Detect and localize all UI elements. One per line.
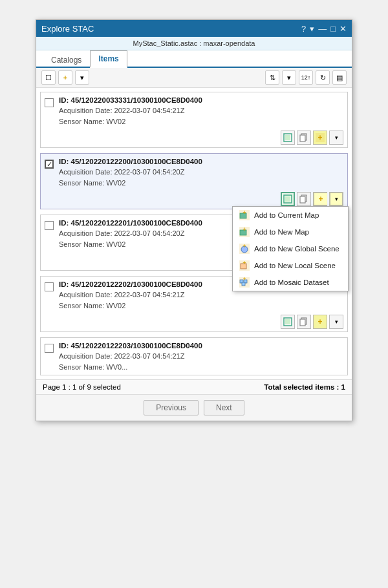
add-mosaic-dataset-icon: +: [239, 277, 250, 288]
add-dropdown-0[interactable]: ▾: [329, 131, 343, 145]
dropdown-arrow-icon[interactable]: ▾: [310, 24, 314, 34]
item-acquisition-4: Acquisition Date: 2022-03-07 04:54:21Z: [59, 351, 343, 362]
add-new-global-scene-icon: +: [239, 244, 250, 254]
sort-updown-icon: ⇅: [270, 74, 275, 82]
item-acquisition-0: Acquisition Date: 2022-03-07 04:54:21Z: [59, 105, 343, 116]
add-button-1[interactable]: +: [313, 192, 327, 206]
menu-add-new-map[interactable]: + Add to New Map: [233, 224, 348, 240]
item-checkbox-4[interactable]: [45, 344, 54, 353]
tab-catalogs[interactable]: Catalogs: [43, 52, 90, 68]
copy-icon-1: [299, 194, 308, 204]
item-card-4: ID: 45/120220122203/10300100CE8D0400 Acq…: [40, 337, 348, 375]
item-id-4: ID: 45/120220122203/10300100CE8D0400: [59, 342, 343, 350]
svg-rect-36: [300, 319, 305, 326]
page-info: Page 1 : 1 of 9 selected: [43, 383, 121, 391]
minimize-button[interactable]: —: [318, 24, 327, 34]
explore-stac-window: Explore STAC ? ▾ — □ ✕ MyStac_Static.ast…: [36, 19, 352, 421]
checkbox-icon: ☐: [45, 74, 52, 82]
next-button[interactable]: Next: [204, 400, 244, 415]
help-button[interactable]: ?: [301, 24, 306, 34]
add-icon-3: +: [316, 317, 325, 326]
toolbar-dropdown-arrow[interactable]: ▾: [75, 70, 89, 85]
item-info-1: ID: 45/120220122200/10300100CE8D0400 Acq…: [59, 158, 343, 188]
svg-rect-26: [242, 282, 245, 286]
add-toolbar-button[interactable]: +: [58, 70, 72, 85]
view-footprint-button-1[interactable]: [281, 192, 295, 206]
svg-rect-9: [300, 196, 305, 203]
svg-text:+: +: [318, 133, 322, 142]
menu-add-new-global-scene-label: Add to New Global Scene: [254, 245, 339, 253]
refresh-button[interactable]: ↻: [316, 70, 330, 85]
export-button[interactable]: ▤: [332, 70, 347, 85]
svg-text:+: +: [243, 277, 246, 282]
svg-rect-7: [285, 196, 290, 202]
view-footprint-button-3[interactable]: [281, 315, 295, 329]
item-sensor-4: Sensor Name: WV0...: [59, 362, 343, 373]
title-bar-left: Explore STAC: [41, 24, 94, 34]
footprint-icon-1: [283, 194, 292, 204]
refresh-icon: ↻: [320, 74, 326, 82]
item-sensor-0: Sensor Name: WV02: [59, 116, 343, 127]
title-bar: Explore STAC ? ▾ — □ ✕: [36, 20, 352, 37]
subtitle-bar: MyStac_Static.astac : maxar-opendata: [36, 37, 352, 50]
add-new-local-scene-icon: +: [239, 260, 250, 271]
maximize-button[interactable]: □: [330, 24, 336, 34]
svg-rect-34: [285, 319, 290, 324]
menu-add-mosaic-dataset-label: Add to Mosaic Dataset: [254, 278, 329, 286]
sort-numeric-icon: 12↑: [301, 74, 311, 81]
item-actions-1: + ▾ + Add to Current Map: [41, 191, 347, 209]
svg-text:+: +: [318, 317, 322, 326]
add-new-map-icon: +: [239, 227, 250, 237]
sort-updown-button[interactable]: ⇅: [265, 70, 279, 85]
copy-icon-3: [299, 317, 308, 326]
item-checkbox-3[interactable]: [45, 282, 54, 291]
item-checkbox-2[interactable]: [45, 221, 54, 230]
item-sensor-3: Sensor Name: WV02: [59, 300, 343, 311]
item-actions-0: + ▾: [41, 129, 347, 147]
copy-button-0[interactable]: [297, 131, 311, 145]
item-id-1: ID: 45/120220122200/10300100CE8D0400: [59, 158, 343, 165]
copy-icon-0: [299, 133, 308, 142]
dropdown-caret-icon: ▾: [80, 74, 84, 82]
menu-add-current-map-label: Add to Current Map: [254, 211, 319, 219]
sort-numeric-button[interactable]: 12↑: [299, 70, 313, 85]
checkbox-all[interactable]: ☐: [41, 70, 56, 85]
svg-text:+: +: [242, 227, 246, 233]
export-icon: ▤: [336, 74, 343, 82]
sort-dropdown-button[interactable]: ▾: [282, 70, 296, 85]
menu-add-current-map[interactable]: + Add to Current Map: [233, 207, 348, 224]
item-checkbox-1[interactable]: ✓: [45, 160, 54, 169]
items-list: ID: 45/120220033331/10300100CE8D0400 Acq…: [36, 88, 352, 379]
add-dropdown-1[interactable]: ▾: [329, 192, 343, 206]
add-dropdown-menu: + Add to Current Map + Add to New Map: [232, 206, 349, 291]
checkmark-icon-1: ✓: [47, 161, 52, 168]
item-card-inner-1: ✓ ID: 45/120220122200/10300100CE8D0400 A…: [41, 154, 347, 191]
add-dropdown-3[interactable]: ▾: [329, 315, 343, 329]
tab-items[interactable]: Items: [90, 50, 127, 68]
svg-rect-1: [285, 135, 290, 140]
item-actions-3: + ▾: [41, 313, 347, 331]
add-caret-icon-0: ▾: [335, 134, 338, 141]
view-footprint-button-0[interactable]: [281, 131, 295, 145]
menu-add-mosaic-dataset[interactable]: + Add to Mosaic Dataset: [233, 274, 348, 291]
item-card-1: ✓ ID: 45/120220122200/10300100CE8D0400 A…: [40, 153, 348, 209]
footprint-icon-0: [283, 133, 292, 142]
tab-bar: Catalogs Items: [36, 50, 352, 68]
svg-text:+: +: [242, 244, 246, 249]
menu-add-new-map-label: Add to New Map: [254, 228, 309, 236]
item-checkbox-0[interactable]: [45, 98, 54, 107]
item-card-inner-4: ID: 45/120220122203/10300100CE8D0400 Acq…: [41, 338, 347, 375]
sort-caret-icon: ▾: [287, 74, 291, 82]
menu-add-new-local-scene-label: Add to New Local Scene: [254, 262, 336, 269]
add-button-0[interactable]: +: [313, 131, 327, 145]
title-bar-controls: ? ▾ — □ ✕: [301, 24, 347, 34]
copy-button-3[interactable]: [297, 315, 311, 329]
menu-add-new-global-scene[interactable]: + Add to New Global Scene: [233, 240, 348, 257]
copy-button-1[interactable]: [297, 192, 311, 206]
add-button-3[interactable]: +: [313, 315, 327, 329]
menu-add-new-local-scene[interactable]: + Add to New Local Scene: [233, 257, 348, 274]
window-title: Explore STAC: [41, 24, 94, 34]
close-button[interactable]: ✕: [339, 24, 347, 34]
item-id-0: ID: 45/120220033331/10300100CE8D0400: [59, 96, 343, 104]
previous-button[interactable]: Previous: [144, 400, 199, 415]
